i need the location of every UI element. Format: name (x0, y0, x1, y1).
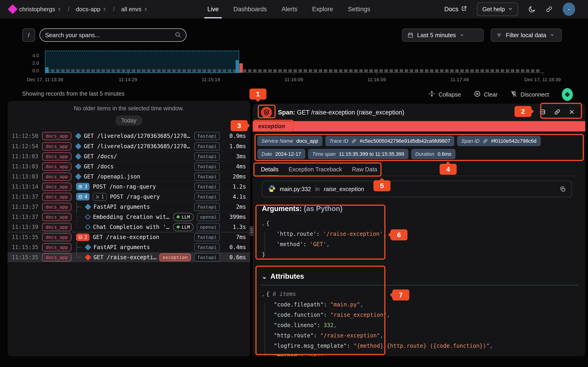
span-name: Embedding Creation wit… (93, 214, 169, 220)
baseline-mark (526, 69, 529, 72)
filter-local-data-button[interactable]: Filter local data (491, 28, 562, 42)
org-selector[interactable]: christophergs (19, 6, 61, 13)
time-range-button[interactable]: Last 5 minutes (402, 28, 484, 42)
span-row[interactable]: 11:13:37docs_appFastAPI argumentsfastapi… (8, 202, 250, 212)
child-count-badge[interactable]: 4 (76, 193, 90, 200)
baseline-mark (415, 69, 418, 72)
span-row[interactable]: 11:13:03docs_appGET /docs/fastapi3ms (8, 151, 250, 161)
detail-tab-exception-traceback[interactable]: Exception Traceback (288, 166, 342, 176)
source-location: main.py:332 in raise_exception (262, 181, 572, 197)
x-axis-label: 11:16:09 (285, 77, 303, 82)
span-timestamp: 11:13:37 (12, 214, 42, 220)
search-input[interactable] (45, 32, 174, 39)
span-row[interactable]: 11:13:39docs_appChat Completion with '…L… (8, 222, 250, 232)
search-shortcut-key: / (23, 28, 35, 42)
panel-resize-handle[interactable] (250, 226, 254, 236)
docs-link[interactable]: Docs (444, 6, 467, 13)
span-row[interactable]: 11:13:14docs_app3POST /non-rag-queryfast… (8, 181, 250, 192)
breadcrumb: christophergs / docs-app / all envs (0, 6, 148, 13)
org-name: christophergs (19, 6, 55, 13)
x-axis-label: 11:16:59 (367, 77, 386, 82)
span-duration: 0.9ms (223, 133, 246, 139)
exception-tag: exception (159, 253, 191, 261)
theme-toggle-button[interactable] (528, 6, 536, 13)
disconnect-button[interactable]: Disconnect (510, 90, 549, 99)
baseline-mark (309, 69, 312, 72)
span-row[interactable]: 11:13:03docs_appGET /openapi.jsonfastapi… (8, 171, 250, 181)
llm-badge: LLM (173, 223, 194, 231)
close-icon[interactable] (569, 109, 575, 116)
span-kind-diamond-blue-icon (75, 153, 82, 159)
service-badge: docs_app (42, 253, 71, 261)
meta-chip-date: Date2024-12-17 (257, 149, 305, 159)
span-kind-diamond-blue-icon (75, 143, 82, 149)
x-axis-label: Dec 17, 11:18:39 (524, 77, 561, 82)
nav-tab-live[interactable]: Live (208, 0, 219, 18)
meta-chip-trace-id[interactable]: Trace ID#c5ec5005042796e91d5db42ca9fd980… (325, 136, 455, 146)
collapse-button[interactable]: Collapse (428, 90, 461, 99)
child-count-badge[interactable]: 2 (76, 234, 90, 241)
breadcrumb-separator: / (68, 6, 69, 13)
filter-label: Filter local data (506, 32, 546, 39)
share-link-button[interactable] (546, 6, 553, 13)
y-axis-label: 0.0 (25, 68, 39, 73)
span-timestamp: 11:12:54 (12, 143, 42, 150)
annotation-badge-2: 2 (515, 106, 531, 117)
avatar[interactable]: - (563, 2, 575, 16)
span-row[interactable]: 11:15:35docs_appFastAPI argumentsfastapi… (8, 242, 250, 252)
span-kind-diamond-blue-icon (75, 133, 82, 139)
baseline-mark (243, 69, 246, 72)
span-row[interactable]: 11:13:37docs_appEmbedding Creation wit…L… (8, 212, 250, 222)
get-help-button[interactable]: Get help (477, 2, 518, 16)
copy-link-icon[interactable] (554, 109, 561, 116)
service-badge: docs_app (42, 152, 71, 161)
chevron-down-icon[interactable]: ⌄ (262, 273, 267, 280)
span-row[interactable]: 11:15:35docs_appGET /raise-exception …ex… (8, 252, 250, 262)
today-pill[interactable]: Today (115, 115, 143, 126)
nav-tab-alerts[interactable]: Alerts (282, 0, 297, 18)
env-selector[interactable]: all envs (121, 6, 148, 13)
project-selector[interactable]: docs-app (76, 6, 107, 13)
x-axis-tick (543, 73, 543, 75)
span-row[interactable]: 11:15:35docs_app2GET /raise-exceptionfas… (8, 232, 250, 242)
framework-tag: fastapi (194, 233, 220, 241)
meta-chip-span-id[interactable]: Span ID#f0110e542c798c6d (457, 136, 540, 146)
span-kind-diamond-blue-icon (75, 163, 82, 169)
clear-button[interactable]: Clear (474, 90, 498, 99)
baseline-mark (263, 69, 267, 72)
service-badge: docs_app (42, 233, 71, 241)
span-timestamp: 11:13:03 (12, 173, 42, 180)
span-timestamp: 11:13:37 (12, 194, 42, 200)
baseline-mark (354, 69, 358, 72)
span-duration: 2ms (223, 204, 246, 210)
span-duration: 0.6ms (223, 254, 246, 261)
framework-tag: fastapi (194, 142, 220, 150)
span-duration: 4ms (223, 163, 246, 170)
copy-icon[interactable] (560, 186, 566, 192)
detail-panel-actions (539, 109, 577, 116)
span-count-timeline-chart[interactable]: 4.02.00.0Dec 17, 11:13:3911:14:2911:15:1… (0, 49, 588, 83)
baseline-mark (425, 69, 428, 72)
nav-tab-settings[interactable]: Settings (348, 0, 370, 18)
span-row[interactable]: 11:12:50docs_appGET /livereload/12703636… (8, 131, 250, 141)
nav-tab-dashboards[interactable]: Dashboards (233, 0, 267, 18)
nav-tab-explore[interactable]: Explore (312, 0, 333, 18)
child-count-badge[interactable]: 3 (76, 183, 90, 190)
baseline-mark (485, 69, 489, 72)
baseline-mark (420, 69, 423, 72)
span-row[interactable]: 11:12:54docs_appGET /livereload/12703636… (8, 141, 250, 151)
span-timestamp: 11:13:03 (12, 163, 42, 170)
attributes-code: ⌄{ 6 items"code.filepath": "main.py","co… (262, 289, 493, 356)
detail-tab-raw-data[interactable]: Raw Data (352, 166, 377, 176)
baseline-mark (450, 69, 454, 72)
env-name: all envs (121, 6, 141, 13)
time-selection-window[interactable] (45, 51, 239, 73)
span-row[interactable]: 11:13:37docs_app41POST /rag-queryfastapi… (8, 192, 250, 202)
baseline-mark (445, 69, 449, 72)
chevron-down-icon (550, 33, 554, 37)
span-row[interactable]: 11:13:03docs_appGET /docsfastapi4ms (8, 161, 250, 171)
baseline-mark (521, 69, 524, 72)
detail-tab-details[interactable]: Details (261, 166, 278, 176)
dock-panel-icon[interactable] (539, 109, 546, 116)
framework-tag: fastapi (194, 162, 220, 171)
